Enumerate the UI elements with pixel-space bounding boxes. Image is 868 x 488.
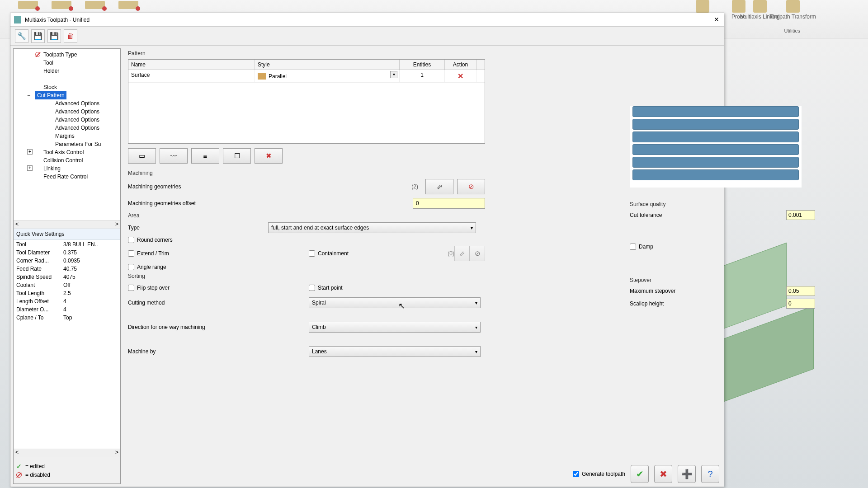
tool-manager-icon[interactable] (696, 0, 709, 13)
qv-row: Feed Rate40.75 (14, 265, 119, 273)
pattern-name-cell: Surface (128, 70, 255, 82)
parallel-icon (258, 73, 266, 80)
chevron-down-icon: ▾ (471, 225, 473, 230)
pattern-btn-4[interactable]: ☐ (223, 148, 251, 164)
tree-item-advanced-options[interactable]: Advanced Options (14, 116, 119, 124)
delete-icon-button[interactable]: 🗑 (64, 29, 77, 43)
tree-item-cut-pattern[interactable]: Cut Pattern (35, 91, 66, 99)
legend: ✓= edited = disabled (14, 457, 120, 483)
bottom-bar: Generate toolpath ✔ ✖ ➕ ? (573, 465, 719, 483)
round-corners-checkbox[interactable] (128, 237, 134, 243)
titlebar: Multiaxis Toolpath - Unified ✕ (10, 13, 724, 27)
machining-select-btn[interactable]: ⬀ (425, 179, 453, 194)
tree-item-feed-rate-control[interactable]: Feed Rate Control (14, 173, 119, 181)
quick-view-header: Quick View Settings (14, 229, 120, 239)
expand-icon[interactable]: + (27, 165, 33, 171)
direction-label: Direction for one way machining (128, 324, 309, 330)
damp-checkbox[interactable] (630, 244, 636, 250)
qv-row: Tool3/8 BULL EN.. (14, 240, 119, 249)
area-type-label: Type (128, 225, 164, 231)
save-green-icon-button[interactable]: 💾 (47, 29, 61, 43)
delete-row-button[interactable]: ✕ (458, 72, 463, 80)
machining-geom-count: (2) (411, 183, 418, 190)
machining-clear-btn[interactable]: ⊘ (457, 179, 485, 194)
tree-item-linking[interactable]: +Linking (14, 164, 119, 173)
angle-range-checkbox[interactable] (128, 264, 134, 270)
machining-offset-input[interactable] (413, 198, 485, 209)
tree-scrollbar[interactable]: <> (14, 221, 120, 229)
ribbon-label: Toolpath Transform (769, 14, 816, 20)
chevron-down-icon: ▾ (475, 300, 477, 305)
containment-clear-btn[interactable]: ⊘ (470, 246, 485, 261)
ribbon-group-label: Utilities (784, 28, 800, 33)
qv-row: Spindle Speed4075 (14, 273, 119, 281)
ok-button[interactable]: ✔ (631, 465, 649, 483)
chevron-down-icon: ▾ (475, 325, 477, 330)
machining-offset-label: Machining geometries offset (128, 200, 300, 206)
pattern-btn-3[interactable]: ≡ (191, 148, 219, 164)
disabled-mark-icon (35, 52, 40, 57)
col-header-action: Action (445, 60, 476, 70)
start-point-checkbox[interactable] (309, 285, 315, 291)
cancel-button[interactable]: ✖ (654, 465, 672, 483)
containment-select-btn[interactable]: ⬀ (454, 246, 470, 261)
cutting-method-select[interactable]: Spiral▾ (309, 297, 481, 308)
edited-check-icon: ✓ (16, 463, 22, 470)
close-button[interactable]: ✕ (712, 15, 721, 24)
max-stepover-input[interactable] (786, 286, 815, 296)
qv-row: Tool Length2.5 (14, 289, 119, 297)
scallop-height-input[interactable] (786, 299, 815, 309)
add-button[interactable]: ➕ (678, 465, 696, 483)
tool-icon-button[interactable]: 🔧 (15, 29, 28, 43)
col-header-entities: Entities (400, 60, 445, 70)
tree-item-advanced-options[interactable]: Advanced Options (14, 108, 119, 116)
expand-icon[interactable]: + (27, 149, 33, 155)
tree-item-advanced-options[interactable]: Advanced Options (14, 124, 119, 132)
ribbon-icon[interactable] (52, 1, 71, 9)
tree-item-stock[interactable]: Stock (14, 83, 119, 91)
save-icon-button[interactable]: 💾 (31, 29, 45, 43)
machine-by-label: Machine by (128, 348, 309, 355)
nav-tree[interactable]: Toolpath Type Tool Holder Stock −Cut Pat… (14, 49, 120, 221)
scallop-height-label: Scallop height (630, 300, 725, 307)
dialog-title: Multiaxis Toolpath - Unified (25, 17, 90, 23)
pattern-btn-2[interactable]: 〰 (160, 148, 188, 164)
direction-select[interactable]: Climb▾ (309, 322, 481, 333)
tree-item-tool-axis-control[interactable]: +Tool Axis Control (14, 148, 119, 156)
flip-stepover-checkbox[interactable] (128, 285, 134, 291)
style-dropdown-icon[interactable]: ▾ (390, 71, 397, 78)
area-type-select[interactable]: full, start and end at exact surface edg… (268, 222, 476, 233)
qv-row: Tool Diameter0.375 (14, 249, 119, 257)
help-button[interactable]: ? (701, 465, 719, 483)
pattern-style-cell[interactable]: Parallel ▾ (255, 70, 400, 82)
pattern-btn-1[interactable]: ▭ (128, 148, 156, 164)
right-column: Surface quality Cut tolerance Damp Stepo… (630, 104, 815, 311)
tree-item-parameters-su[interactable]: Parameters For Su (14, 140, 119, 148)
machine-by-select[interactable]: Lanes▾ (309, 346, 481, 357)
cut-tolerance-input[interactable] (786, 210, 815, 220)
tree-item-toolpath-type[interactable]: Toolpath Type (14, 51, 119, 59)
col-header-name: Name (128, 60, 255, 70)
ribbon-icon[interactable] (18, 1, 38, 9)
qv-row: Diameter O...4 (14, 305, 119, 314)
chevron-down-icon: ▾ (475, 349, 477, 354)
extend-trim-checkbox[interactable] (128, 250, 134, 257)
tree-item-holder[interactable]: Holder (14, 67, 119, 75)
qv-row: Cplane / ToTop (14, 314, 119, 322)
tree-item-advanced-options[interactable]: Advanced Options (14, 99, 119, 108)
pattern-btn-clear[interactable]: ✖ (255, 148, 283, 164)
col-header-style: Style (255, 60, 400, 70)
containment-checkbox[interactable] (309, 250, 315, 257)
pattern-row[interactable]: Surface Parallel ▾ 1 ✕ (128, 70, 485, 83)
generate-toolpath-checkbox[interactable] (573, 471, 579, 477)
qv-scrollbar[interactable]: <> (14, 449, 120, 457)
ribbon-icon[interactable] (85, 1, 105, 9)
tree-item-collision-control[interactable]: Collision Control (14, 156, 119, 164)
ribbon-icon[interactable] (118, 1, 138, 9)
collapse-icon[interactable]: − (27, 92, 30, 99)
tree-item-margins[interactable]: Margins (14, 132, 119, 140)
cutting-method-label: Cutting method (128, 300, 309, 306)
multiaxis-linking-icon[interactable] (753, 0, 767, 13)
tree-item-tool[interactable]: Tool (14, 59, 119, 67)
toolpath-transform-icon[interactable] (786, 0, 800, 13)
